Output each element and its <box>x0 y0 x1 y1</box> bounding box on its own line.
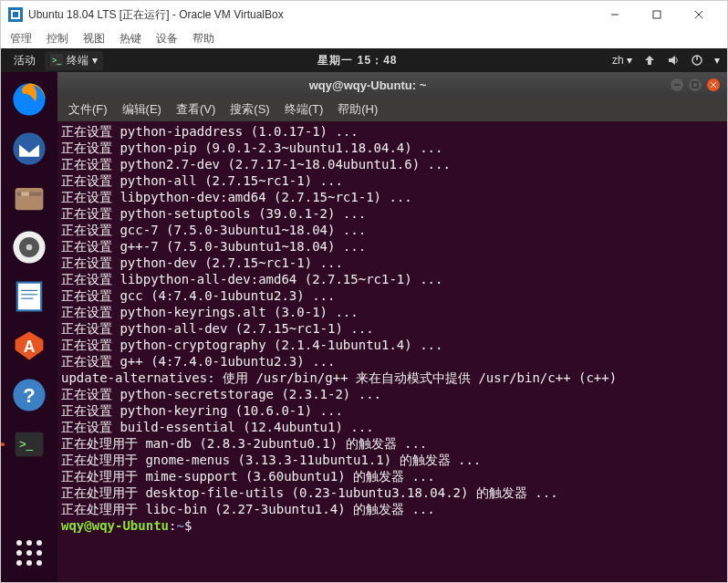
svg-rect-15 <box>21 192 29 195</box>
network-icon[interactable] <box>643 54 656 67</box>
vb-menu-item[interactable]: 热键 <box>116 31 145 47</box>
launcher-item-files[interactable] <box>7 176 51 220</box>
svg-text:>_: >_ <box>52 56 62 65</box>
clock[interactable]: 星期一 15：48 <box>103 53 612 68</box>
launcher-item-libreoffice-writer[interactable] <box>7 275 51 318</box>
svg-text:?: ? <box>23 384 35 407</box>
files-icon <box>9 178 49 218</box>
terminal-maximize-button[interactable] <box>689 78 702 91</box>
vb-app-icon <box>8 7 23 22</box>
terminal-menu-item[interactable]: 文件(F) <box>63 101 113 118</box>
firefox-icon <box>9 79 49 120</box>
terminal-titlebar[interactable]: wqy@wqy-Ubuntu: ~ <box>57 72 727 98</box>
svg-text:>_: >_ <box>19 437 34 451</box>
terminal-window: wqy@wqy-Ubuntu: ~ 文件(F)编辑(E)查看(V)搜索(S)终端… <box>57 72 727 582</box>
launcher-item-firefox[interactable] <box>7 78 51 121</box>
launcher-item-rhythmbox[interactable] <box>7 225 51 269</box>
terminal-menu-item[interactable]: 查看(V) <box>171 101 221 118</box>
svg-rect-29 <box>692 82 698 88</box>
vb-title: Ubuntu 18.04 LTS [正在运行] - Oracle VM Virt… <box>28 7 594 23</box>
terminal-title: wqy@wqy-Ubuntu: ~ <box>65 78 671 92</box>
libreoffice-writer-icon <box>9 276 49 317</box>
terminal-menu-item[interactable]: 编辑(E) <box>117 101 167 118</box>
terminal-prompt: wqy@wqy-Ubuntu:~$ <box>61 517 723 534</box>
svg-rect-19 <box>17 283 41 311</box>
terminal-minimize-button[interactable] <box>671 78 683 91</box>
current-app-label: 终端 <box>67 53 88 68</box>
volume-icon[interactable] <box>667 54 680 67</box>
svg-rect-13 <box>16 188 44 210</box>
terminal-menu-item[interactable]: 终端(T) <box>279 101 329 118</box>
svg-point-18 <box>26 245 33 251</box>
launcher: A?>_ <box>1 72 57 582</box>
input-method-indicator[interactable]: zh ▾ <box>612 54 632 67</box>
power-icon[interactable] <box>691 54 703 67</box>
launcher-item-terminal[interactable]: >_ <box>7 422 51 466</box>
terminal-icon: >_ <box>9 424 49 464</box>
svg-rect-2 <box>13 12 18 17</box>
vb-menu-item[interactable]: 帮助 <box>189 31 218 47</box>
chevron-down-icon: ▾ <box>92 54 98 67</box>
terminal-menu-item[interactable]: 搜索(S) <box>224 101 275 118</box>
virtualbox-window: Ubuntu 18.04 LTS [正在运行] - Oracle VM Virt… <box>0 0 728 583</box>
launcher-item-thunderbird[interactable] <box>7 127 51 171</box>
show-applications-button[interactable] <box>7 531 51 575</box>
ubuntu-desktop: 活动 >_ 终端 ▾ 星期一 15：48 zh ▾ ▾ A?>_ <box>1 48 727 582</box>
help-icon: ? <box>9 375 49 415</box>
close-button[interactable] <box>678 1 720 28</box>
launcher-item-ubuntu-software[interactable]: A <box>7 324 51 368</box>
vb-menu-item[interactable]: 视图 <box>79 31 109 47</box>
vb-titlebar[interactable]: Ubuntu 18.04 LTS [正在运行] - Oracle VM Virt… <box>1 1 727 28</box>
vb-menu-item[interactable]: 设备 <box>152 31 182 47</box>
terminal-close-button[interactable] <box>707 78 720 91</box>
activities-button[interactable]: 活动 <box>8 53 41 68</box>
terminal-menubar: 文件(F)编辑(E)查看(V)搜索(S)终端(T)帮助(H) <box>57 98 727 121</box>
vb-menu-item[interactable]: 控制 <box>43 31 72 47</box>
system-menu-chevron-icon[interactable]: ▾ <box>714 54 720 67</box>
current-app-indicator[interactable]: >_ 终端 ▾ <box>45 51 103 70</box>
ubuntu-top-bar: 活动 >_ 终端 ▾ 星期一 15：48 zh ▾ ▾ <box>1 48 727 72</box>
svg-rect-4 <box>653 11 660 18</box>
terminal-menu-item[interactable]: 帮助(H) <box>332 101 383 118</box>
terminal-body[interactable]: 正在设置 python-ipaddress (1.0.17-1) ... 正在设… <box>57 121 727 582</box>
svg-point-12 <box>13 132 45 164</box>
thunderbird-icon <box>9 129 49 169</box>
terminal-small-icon: >_ <box>50 54 63 67</box>
maximize-button[interactable] <box>636 1 678 28</box>
launcher-item-help[interactable]: ? <box>7 373 51 417</box>
vb-menubar: 管理控制视图热键设备帮助 <box>1 28 727 48</box>
minimize-button[interactable] <box>594 1 636 28</box>
vb-menu-item[interactable]: 管理 <box>6 31 36 47</box>
svg-text:A: A <box>24 338 36 356</box>
rhythmbox-icon <box>9 227 49 267</box>
ubuntu-software-icon: A <box>9 326 49 366</box>
